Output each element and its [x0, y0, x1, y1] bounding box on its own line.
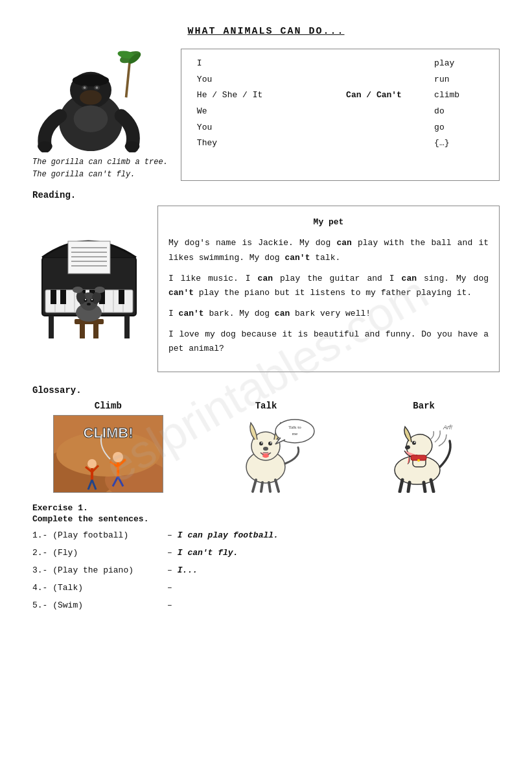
exercise-answer-2: I can't fly. [178, 548, 238, 558]
svg-point-54 [73, 287, 83, 293]
exercise-answer-3: I... [178, 565, 198, 575]
subject-he: He / She / It [192, 88, 319, 104]
exercise-item-3: 3.- (Play the piano) – I... [32, 565, 500, 575]
svg-text:CLIMB!: CLIMB! [83, 425, 133, 441]
glossary-item-climb: Climb CLIMB! [47, 401, 170, 493]
glossary-word-talk: Talk [255, 401, 277, 411]
reading-para-2: I like music. I can play the guitar and … [168, 272, 489, 300]
gorilla-area: The gorilla can climb a tree. The gorill… [32, 49, 168, 181]
glossary-section: Glossary. Climb CLIMB! [32, 385, 500, 493]
svg-point-6 [73, 75, 109, 87]
reading-section: My pet My dog's name is Jackie. My dog c… [32, 206, 500, 372]
reading-title: My pet [168, 215, 489, 230]
svg-line-89 [261, 482, 262, 492]
svg-text:Talk to: Talk to [289, 425, 302, 430]
exercise-dash-4: – [167, 583, 172, 593]
exercise-item-2: 2.- (Fly) – I can't fly. [32, 548, 500, 558]
exercise-dash-5: – [167, 600, 172, 610]
svg-point-80 [261, 442, 262, 444]
intro-section: The gorilla can climb a tree. The gorill… [32, 49, 500, 181]
dog-piano-area [32, 206, 146, 372]
svg-point-100 [417, 459, 420, 462]
svg-point-97 [414, 442, 415, 443]
svg-point-81 [270, 442, 272, 444]
glossary-items: Climb CLIMB! [32, 401, 500, 493]
subject-you2: You [192, 120, 319, 136]
exercise-prompt-2: 2.- (Fly) [32, 548, 162, 558]
verb-list: playrunclimbdogo{…} [429, 56, 489, 152]
svg-rect-36 [68, 241, 110, 274]
svg-point-82 [263, 447, 268, 451]
grammar-table: I playrunclimbdogo{…} You He / She / It … [181, 49, 500, 181]
reading-label: Reading. [32, 190, 500, 200]
reading-para-3: I can't bark. My dog can bark very well! [168, 307, 489, 321]
exercise-header: Exercise 1. [32, 503, 500, 513]
exercise-prompt-4: 4.- (Talk) [32, 583, 162, 593]
bark-image: Arf! [369, 415, 479, 493]
modal-label: Can / Can't [319, 88, 429, 104]
svg-rect-44 [93, 324, 98, 338]
svg-rect-35 [124, 316, 130, 338]
svg-point-62 [113, 452, 123, 462]
svg-point-16 [74, 106, 108, 132]
exercise-answer-1: I can play football. [178, 530, 279, 540]
svg-point-55 [95, 287, 105, 293]
svg-point-96 [412, 441, 416, 445]
exercise-item-1: 1.- (Play football) – I can play footbal… [32, 530, 500, 540]
svg-point-78 [259, 442, 263, 445]
exercise-dash-3: – [167, 565, 172, 575]
reading-para-4: I love my dog because it is beautiful an… [168, 327, 489, 356]
glossary-label: Glossary. [32, 385, 500, 396]
svg-point-68 [87, 459, 97, 468]
svg-line-102 [408, 482, 410, 492]
subject-they: They [192, 136, 319, 152]
svg-rect-33 [119, 290, 124, 304]
svg-rect-43 [80, 324, 85, 338]
subject-you1: You [192, 72, 319, 88]
svg-point-15 [125, 141, 140, 151]
svg-line-90 [269, 482, 270, 492]
exercise-prompt-5: 5.- (Swim) [32, 600, 162, 610]
gorilla-caption: The gorilla can climb a tree. The gorill… [32, 156, 168, 181]
svg-point-17 [80, 90, 102, 105]
svg-text:me: me [292, 431, 298, 436]
svg-point-10 [96, 86, 98, 89]
exercise-dash-1: – [167, 530, 172, 540]
glossary-word-bark: Bark [413, 401, 435, 411]
page-title: WHAT ANIMALS CAN DO... [32, 26, 500, 37]
exercise-prompt-1: 1.- (Play football) [32, 530, 162, 540]
dog-piano-image [36, 206, 143, 342]
climb-image: CLIMB! [53, 415, 163, 493]
svg-point-79 [268, 442, 272, 445]
glossary-item-bark: Bark [362, 401, 485, 493]
exercise-item-5: 5.- (Swim) – [32, 600, 500, 610]
glossary-word-climb: Climb [95, 401, 122, 411]
glossary-item-talk: Talk [204, 401, 327, 493]
reading-para-1: My dog's name is Jackie. My dog can play… [168, 236, 489, 265]
svg-point-84 [262, 454, 269, 458]
exercises-section: Exercise 1. Complete the sentences. 1.- … [32, 503, 500, 610]
svg-point-51 [85, 299, 86, 300]
svg-text:Arf!: Arf! [443, 424, 453, 431]
svg-point-14 [38, 141, 52, 151]
svg-rect-28 [51, 290, 56, 304]
subject-we: We [192, 104, 319, 120]
svg-rect-34 [49, 316, 54, 338]
talk-image: Talk to me [211, 415, 321, 493]
svg-point-53 [87, 303, 91, 305]
subject-i: I [192, 56, 319, 72]
svg-line-103 [424, 482, 425, 492]
svg-point-52 [91, 299, 93, 300]
exercise-instruction: Complete the sentences. [32, 514, 500, 524]
exercise-prompt-3: 3.- (Play the piano) [32, 565, 162, 575]
svg-point-9 [84, 86, 86, 89]
exercise-item-4: 4.- (Talk) – [32, 583, 500, 593]
exercise-dash-2: – [167, 548, 172, 558]
gorilla-image [32, 49, 149, 152]
svg-rect-29 [60, 290, 66, 304]
reading-box: My pet My dog's name is Jackie. My dog c… [157, 206, 500, 372]
